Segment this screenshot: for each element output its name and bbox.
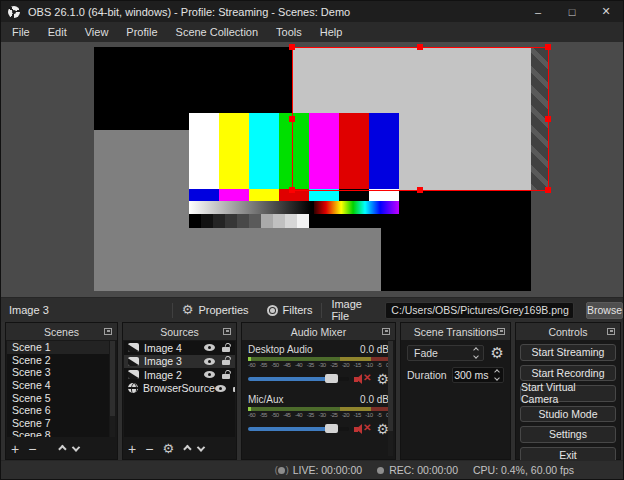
transition-settings-gear-icon[interactable]: ⚙	[491, 346, 504, 360]
selection-border[interactable]	[292, 47, 549, 191]
mixer-channel-desktop-audio: Desktop Audio 0.0 dB -60-55-50-45-40-35-…	[242, 344, 395, 385]
selection-handle[interactable]	[417, 44, 423, 50]
source-list-item[interactable]: Image 3	[124, 355, 235, 369]
mute-speaker-icon[interactable]: ✕	[354, 423, 371, 435]
scene-list-item[interactable]: Scene 5	[7, 391, 109, 404]
visibility-eye-icon[interactable]	[204, 344, 215, 351]
menu-view[interactable]: View	[76, 26, 118, 38]
scene-transitions-panel: Scene Transitions Fade ⚙ Duration	[400, 322, 511, 460]
selection-handle[interactable]	[545, 116, 551, 122]
properties-button[interactable]: ⚙ Properties	[173, 304, 258, 316]
visibility-eye-icon[interactable]	[204, 358, 215, 365]
selection-handle[interactable]	[289, 44, 295, 50]
scene-list-item[interactable]: Scene 8	[7, 429, 109, 437]
menubar: File Edit View Profile Scene Collection …	[1, 22, 623, 42]
minimize-button[interactable]: –	[521, 1, 555, 22]
status-bar: () LIVE: 00:00:00 REC: 00:00:00 CPU: 0.4…	[1, 460, 623, 479]
close-button[interactable]: ✕	[589, 1, 623, 22]
dock-popout-icon[interactable]	[382, 328, 390, 335]
start-recording-button[interactable]: Start Recording	[520, 365, 616, 382]
dock-popout-icon[interactable]	[223, 328, 231, 335]
dock-popout-icon[interactable]	[607, 328, 615, 335]
dock-popout-icon[interactable]	[497, 328, 505, 335]
scene-list-item[interactable]: Scene 6	[7, 404, 109, 417]
scene-list-item[interactable]: Scene 7	[7, 417, 109, 430]
unlocked-padlock-icon[interactable]	[222, 360, 230, 365]
selection-handle[interactable]	[545, 187, 551, 193]
selection-handle[interactable]	[289, 187, 295, 193]
volume-slider-handle[interactable]	[325, 374, 338, 383]
scenes-panel: Scenes Scene 1 Scene 2 Scene 3 Scene 4 S…	[5, 322, 118, 460]
remove-source-button[interactable]: −	[145, 443, 153, 455]
add-scene-button[interactable]: +	[11, 443, 19, 455]
combo-spinner[interactable]	[469, 348, 483, 358]
filters-button[interactable]: Filters	[258, 304, 322, 316]
controls-panel-title: Controls	[548, 326, 587, 338]
menu-profile[interactable]: Profile	[117, 26, 166, 38]
channel-level: 0.0 dB	[360, 394, 389, 405]
volume-slider-handle[interactable]	[325, 424, 338, 433]
mute-speaker-icon[interactable]: ✕	[354, 373, 371, 385]
unlocked-padlock-icon[interactable]	[222, 374, 230, 379]
obs-logo-icon	[8, 6, 20, 18]
colorbars-gradients	[189, 201, 399, 214]
duration-spinbox[interactable]: 300 ms	[452, 367, 504, 383]
spinbox-arrows[interactable]	[490, 370, 503, 380]
unlocked-padlock-icon[interactable]	[222, 347, 230, 352]
move-source-down-button[interactable]	[197, 443, 205, 451]
record-dot-icon	[377, 467, 384, 474]
selection-handle[interactable]	[289, 116, 295, 122]
transition-select[interactable]: Fade	[407, 345, 484, 361]
start-virtual-camera-button[interactable]: Start Virtual Camera	[520, 385, 616, 402]
browse-button[interactable]: Browse	[586, 302, 623, 319]
sources-list: Image 4 Image 3 Image 2	[124, 341, 235, 437]
colorbars-greyscale-steps	[189, 214, 399, 228]
scene-list-item[interactable]: Scene 1	[7, 341, 109, 354]
remove-scene-button[interactable]: −	[28, 443, 36, 455]
volume-slider[interactable]	[248, 427, 349, 431]
visibility-eye-icon[interactable]	[215, 385, 226, 392]
browser-source-icon	[128, 383, 138, 393]
menu-edit[interactable]: Edit	[39, 26, 76, 38]
start-streaming-button[interactable]: Start Streaming	[520, 344, 616, 361]
settings-button[interactable]: Settings	[520, 426, 616, 443]
dock-popout-icon[interactable]	[104, 328, 112, 335]
chevron-down-icon	[473, 353, 479, 359]
move-scene-up-button[interactable]	[59, 444, 67, 452]
source-list-item[interactable]: Image 4	[124, 341, 235, 355]
move-source-up-button[interactable]	[183, 444, 191, 452]
chevron-down-icon	[494, 375, 500, 381]
source-properties-gear-icon[interactable]: ⚙	[162, 443, 174, 455]
image-source-icon	[128, 357, 139, 366]
scene-list-item[interactable]: Scene 3	[7, 366, 109, 379]
mixer-scrollbar[interactable]	[388, 341, 393, 456]
meter-scale: -60-55-50-45-40-35-30-25-20-15-10-50	[248, 362, 389, 368]
source-list-item[interactable]: Image 2	[124, 368, 235, 382]
unlocked-padlock-icon[interactable]	[233, 387, 235, 392]
window-title: OBS 26.1.0 (64-bit, windows) - Profile: …	[28, 6, 350, 18]
channel-name: Desktop Audio	[248, 344, 313, 355]
meter-scale: -60-55-50-45-40-35-30-25-20-15-10-50	[248, 412, 389, 418]
volume-slider[interactable]	[248, 377, 349, 381]
add-source-button[interactable]: +	[128, 443, 136, 455]
sources-panel-title: Sources	[160, 326, 199, 338]
selection-handle[interactable]	[545, 44, 551, 50]
menu-file[interactable]: File	[3, 26, 39, 38]
controls-panel: Controls Start Streaming Start Recording…	[515, 322, 621, 460]
scene-list-item[interactable]: Scene 4	[7, 379, 109, 392]
scenes-scrollbar[interactable]	[110, 341, 115, 437]
menu-scene-collection[interactable]: Scene Collection	[167, 26, 268, 38]
selection-handle[interactable]	[417, 187, 423, 193]
image-file-input[interactable]: C:/Users/OBS/Pictures/Grey169B.png	[385, 302, 574, 319]
maximize-button[interactable]: □	[555, 1, 589, 22]
source-list-item[interactable]: BrowserSource	[124, 382, 235, 396]
scene-list-item[interactable]: Scene 2	[7, 354, 109, 367]
move-scene-down-button[interactable]	[72, 443, 80, 451]
preview-area[interactable]	[1, 42, 623, 297]
volume-meter	[248, 357, 389, 361]
visibility-eye-icon[interactable]	[204, 371, 215, 378]
menu-help[interactable]: Help	[311, 26, 352, 38]
menu-tools[interactable]: Tools	[267, 26, 311, 38]
studio-mode-button[interactable]: Studio Mode	[520, 406, 616, 423]
meter-peak	[248, 357, 251, 361]
